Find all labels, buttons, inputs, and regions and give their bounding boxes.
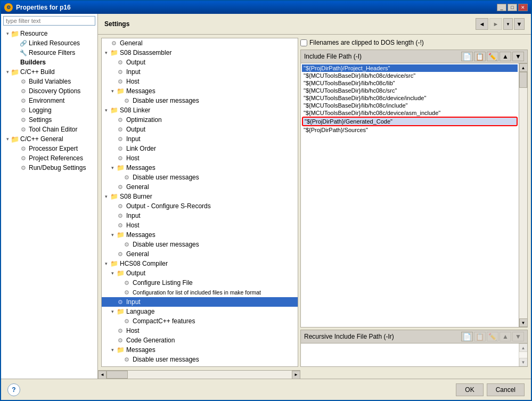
path-item[interactable]: "${ProjDirPath}/Generated_Code" (302, 117, 518, 126)
include-path-scrollbar[interactable]: ▲ ▼ (519, 63, 527, 327)
folder-icon-hcs08: 📁 (109, 259, 119, 268)
hscroll-thumb[interactable] (107, 371, 128, 379)
cancel-button[interactable]: Cancel (487, 383, 525, 396)
expander-ccppg[interactable]: ▾ (4, 136, 11, 142)
sidebar-item-logging[interactable]: ▸ ⚙ Logging (1, 105, 97, 115)
mtree-host-4[interactable]: ▸ ⚙ Host (102, 326, 298, 335)
back-button[interactable]: ◄ (476, 18, 488, 30)
add-workspace-button[interactable]: 📋 (474, 52, 486, 61)
mtree-link-order[interactable]: ▸ ⚙ Link Order (102, 144, 298, 153)
scroll-thumb[interactable] (519, 72, 527, 88)
scroll-down-button[interactable]: ▼ (519, 318, 528, 327)
sidebar-item-tool-chain-editor[interactable]: ▸ ⚙ Tool Chain Editor (1, 125, 97, 134)
sidebar-item-ccpp-general[interactable]: ▾ 📁 C/C++ General (1, 134, 97, 144)
sidebar-item-builders[interactable]: ▸ Builders (1, 58, 97, 67)
mtree-general[interactable]: ▸ ⚙ General (102, 38, 298, 48)
mtree-s08-linker[interactable]: ▾ 📁 S08 Linker (102, 105, 298, 115)
sidebar-item-linked-resources[interactable]: ▸ 🔗 Linked Resources (1, 38, 97, 48)
hscroll-left-button[interactable]: ◄ (98, 371, 107, 379)
mtree-output-1[interactable]: ▸ ⚙ Output (102, 58, 298, 67)
sidebar-item-label: Discovery Options (29, 87, 80, 95)
gear-icon-cpp: ⚙ (122, 317, 132, 325)
mtree-configure-listing[interactable]: ▸ ⚙ Configure Listing File (102, 278, 298, 288)
gear-icon-lo: ⚙ (116, 144, 125, 153)
path-item[interactable]: "${MCUToolsBaseDir}/lib/hc08c/device/inc… (302, 94, 518, 102)
recursive-scrollbar[interactable]: ▲ ▼ (519, 343, 527, 366)
filter-input[interactable] (3, 16, 95, 26)
edit-button[interactable]: ✏️ (487, 52, 498, 61)
sidebar-item-processor-expert[interactable]: ▸ ⚙ Processor Expert (1, 144, 97, 153)
mtree-hcs08-compiler[interactable]: ▾ 📁 HCS08 Compiler (102, 259, 298, 268)
rec-add-file-button[interactable]: 📄 (461, 332, 473, 341)
mtree-optimization[interactable]: ▸ ⚙ Optimization (102, 115, 298, 125)
menu-button[interactable]: ▼ (514, 18, 525, 30)
ok-button[interactable]: OK (456, 383, 483, 396)
rec-scroll-track (519, 352, 527, 358)
title-bar: ⚙ Properties for p16 _ □ ✕ (1, 1, 531, 14)
left-tree: ▾ 📁 Resource ▸ 🔗 Linked Resources ▸ 🔧 Re… (1, 28, 97, 379)
minimize-button[interactable]: _ (497, 4, 506, 11)
mtree-output-2[interactable]: ▸ ⚙ Output (102, 125, 298, 134)
mtree-cpp-features[interactable]: ▸ ⚙ CompactC++ features (102, 316, 298, 326)
hscroll-right-button[interactable]: ► (292, 371, 300, 379)
sidebar-item-discovery-options[interactable]: ▸ ⚙ Discovery Options (1, 86, 97, 96)
mtree-code-generation[interactable]: ▸ ⚙ Code Generation (102, 335, 298, 345)
add-file-button[interactable]: 📄 (461, 52, 473, 61)
mtree-output-4[interactable]: ▾ 📁 Output (102, 268, 298, 278)
recursive-include-section: Recursive Include File Path (-Ir) 📄 📋 ✏️ (300, 330, 528, 367)
sidebar-item-project-references[interactable]: ▸ ⚙ Project References (1, 153, 97, 163)
mtree-messages-2[interactable]: ▾ 📁 Messages (102, 163, 298, 173)
expander-ccpp[interactable]: ▾ (4, 69, 11, 75)
dos-length-checkbox[interactable] (300, 39, 307, 46)
path-item[interactable]: "${MCUToolsBaseDir}/lib/hc08c/src" (302, 87, 518, 94)
mtree-general-3[interactable]: ▸ ⚙ General (102, 249, 298, 259)
mtree-host-2[interactable]: ▸ ⚙ Host (102, 153, 298, 163)
path-item[interactable]: "${ProjDirPath}/Project_Headers" (302, 64, 518, 72)
move-down-button[interactable]: ▼ (512, 52, 524, 61)
nav-dropdown[interactable]: ▼ (503, 18, 513, 30)
sidebar-item-settings[interactable]: ▸ ⚙ Settings (1, 115, 97, 125)
hscroll-track[interactable] (107, 371, 292, 379)
help-button[interactable]: ? (7, 383, 20, 396)
path-item[interactable]: "${ProjDirPath}/Sources" (302, 126, 518, 134)
scroll-up-button[interactable]: ▲ (519, 63, 528, 72)
mtree-general-2[interactable]: ▸ ⚙ General (102, 182, 298, 192)
sidebar-item-ccpp-build[interactable]: ▾ 📁 C/C++ Build (1, 67, 97, 77)
mtree-preprocessor[interactable]: ▸ ⚙ Preprocessor (102, 364, 298, 367)
mtree-s08-burner[interactable]: ▾ 📁 S08 Burner (102, 192, 298, 201)
mtree-messages-1[interactable]: ▾ 📁 Messages (102, 86, 298, 96)
path-item[interactable]: "${MCUToolsBaseDir}/lib/hc08c/lib" (302, 79, 518, 87)
sidebar-item-environment[interactable]: ▸ ⚙ Environment (1, 96, 97, 105)
sidebar-item-resource-filters[interactable]: ▸ 🔧 Resource Filters (1, 48, 97, 58)
mtree-disable-messages-4[interactable]: ▸ ⚙ Disable user messages (102, 355, 298, 364)
mtree-input-1[interactable]: ▸ ⚙ Input (102, 67, 298, 77)
close-button[interactable]: ✕ (518, 4, 528, 11)
mtree-input-3[interactable]: ▸ ⚙ Input (102, 211, 298, 220)
mtree-input-2[interactable]: ▸ ⚙ Input (102, 134, 298, 144)
mtree-disable-messages-3[interactable]: ▸ ⚙ Disable user messages (102, 240, 298, 249)
mtree-s08-disassembler[interactable]: ▾ 📁 S08 Disassembler (102, 48, 298, 58)
maximize-button[interactable]: □ (508, 4, 517, 11)
mtree-host-3[interactable]: ▸ ⚙ Host (102, 220, 298, 230)
mtree-host-1[interactable]: ▸ ⚙ Host (102, 77, 298, 86)
expander-resource[interactable]: ▾ (4, 30, 11, 37)
mtree-input-4[interactable]: ▸ ⚙ Input (102, 297, 298, 307)
forward-button[interactable]: ► (489, 18, 502, 30)
path-item[interactable]: "${MCUToolsBaseDir}/lib/hc08c/device/asm… (302, 109, 518, 117)
mtree-config-included[interactable]: ▸ ⚙ Configuration for list of included f… (102, 288, 298, 297)
scroll-track[interactable] (519, 72, 527, 318)
mtree-disable-messages-2[interactable]: ▸ ⚙ Disable user messages (102, 173, 298, 182)
mtree-messages-3[interactable]: ▾ 📁 Messages (102, 230, 298, 240)
sidebar-item-resource[interactable]: ▾ 📁 Resource (1, 29, 97, 38)
move-up-button[interactable]: ▲ (500, 52, 511, 61)
bottom-buttons: OK Cancel (456, 383, 525, 396)
mtree-disable-messages-1[interactable]: ▸ ⚙ Disable user messages (102, 96, 298, 105)
path-item[interactable]: "${MCUToolsBaseDir}/lib/hc08c/include" (302, 102, 518, 109)
sidebar-item-build-variables[interactable]: ▸ ⚙ Build Variables (1, 77, 97, 86)
gear-icon-log: ⚙ (19, 106, 28, 114)
mtree-messages-4[interactable]: ▾ 📁 Messages (102, 345, 298, 355)
mtree-output-configure[interactable]: ▸ ⚙ Output - Configure S-Records (102, 201, 298, 211)
path-item[interactable]: "${MCUToolsBaseDir}/lib/hc08c/device/src… (302, 72, 518, 79)
mtree-language[interactable]: ▾ 📁 Language (102, 307, 298, 316)
sidebar-item-run-debug[interactable]: ▸ ⚙ Run/Debug Settings (1, 163, 97, 173)
